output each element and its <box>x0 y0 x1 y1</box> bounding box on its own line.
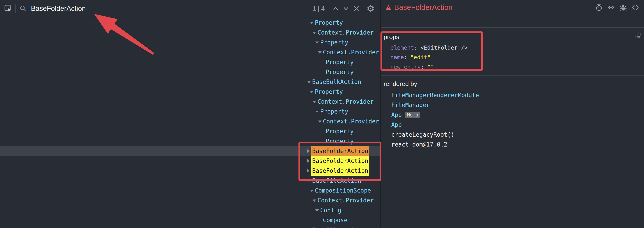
chevron-up-icon <box>332 5 339 12</box>
tree-row-property[interactable]: Property <box>0 57 380 67</box>
suspend-toggle-button[interactable] <box>595 4 603 11</box>
collapse-arrow-icon[interactable] <box>318 121 322 123</box>
rendered-by-item[interactable]: createLegacyRoot() <box>391 130 644 140</box>
rendered-by-item[interactable]: App <box>391 120 644 130</box>
component-name: BaseFolderAction <box>311 156 369 166</box>
component-name: Property <box>326 126 354 136</box>
copy-icon <box>635 33 641 38</box>
toolbar-divider <box>15 4 16 13</box>
close-icon <box>353 6 359 12</box>
component-name: BaseFileAction <box>312 176 361 186</box>
tree-row-property[interactable]: Property <box>0 87 380 97</box>
inspector-panel: BaseFolderAction <box>380 0 644 228</box>
view-source-button[interactable] <box>632 4 639 11</box>
owner-component-name: FileManagerRendererModule <box>391 92 479 99</box>
tree-row-basefileaction[interactable]: BaseFileAction <box>0 176 380 186</box>
previous-match-button[interactable] <box>330 3 341 14</box>
component-name: BaseFolderAction <box>311 166 369 176</box>
tree-row-basefolderaction[interactable]: BaseFolderAction <box>0 156 380 166</box>
component-tree: PropertyContext.ProviderPropertyContext.… <box>0 18 380 228</box>
rendered-by-item[interactable]: FileManagerRendererModule <box>391 90 644 100</box>
collapse-arrow-icon[interactable] <box>310 22 314 24</box>
component-name: Property <box>320 107 348 116</box>
tree-row-property[interactable]: Property <box>0 126 380 136</box>
component-name: Compose <box>323 215 348 225</box>
components-toolbar: 1 | 4 ⚙ <box>0 0 380 17</box>
collapse-arrow-icon[interactable] <box>310 91 314 93</box>
tree-row-context-provider[interactable]: Context.Provider <box>0 47 380 57</box>
rendered-by-item[interactable]: react-dom@17.0.2 <box>391 140 644 149</box>
prop-name: new entry <box>390 64 420 70</box>
memo-badge: Memo <box>405 112 420 118</box>
rendered-by-item[interactable]: FileManager <box>391 100 644 110</box>
prop-name: element <box>390 45 414 51</box>
inspect-element-icon <box>4 5 12 13</box>
expand-arrow-icon[interactable] <box>307 169 310 173</box>
tree-row-context-provider[interactable]: Context.Provider <box>0 28 380 38</box>
search-result-count: 1 | 4 <box>312 5 325 12</box>
owner-component-name: FileManager <box>391 102 430 108</box>
collapse-arrow-icon[interactable] <box>315 111 319 113</box>
props-section: props element:<EditFolder />name:"edit"n… <box>381 28 644 76</box>
stopwatch-icon <box>596 4 602 11</box>
tree-row-basebulkaction[interactable]: BaseBulkAction <box>0 77 380 87</box>
component-name: Property <box>320 38 348 47</box>
component-name: Property <box>326 136 354 146</box>
settings-button[interactable]: ⚙ <box>366 3 376 14</box>
tree-row-context-provider[interactable]: Context.Provider <box>0 116 380 126</box>
owner-component-name: App <box>391 121 402 128</box>
prop-value[interactable]: "edit" <box>410 54 430 61</box>
tree-row-basefileaction[interactable]: BaseFileAction <box>0 225 380 228</box>
tree-row-compose[interactable]: Compose <box>0 215 380 225</box>
tree-row-property[interactable]: Property <box>0 18 380 28</box>
copy-props-button[interactable] <box>634 32 642 39</box>
inspect-dom-button[interactable] <box>607 4 615 11</box>
next-match-button[interactable] <box>341 3 351 14</box>
log-to-console-button[interactable] <box>619 4 627 11</box>
rendered-by-section: rendered by FileManagerRendererModuleFil… <box>381 76 644 149</box>
rendered-by-item[interactable]: AppMemo <box>391 110 644 120</box>
collapse-arrow-icon[interactable] <box>307 81 311 83</box>
component-name: CompositionScope <box>315 186 371 195</box>
tree-row-property[interactable]: Property <box>0 107 380 116</box>
component-name: Context.Provider <box>323 116 379 126</box>
collapse-arrow-icon[interactable] <box>312 32 316 34</box>
prop-value[interactable]: "" <box>427 64 434 70</box>
component-name: Context.Provider <box>318 195 374 205</box>
tree-row-context-provider[interactable]: Context.Provider <box>0 195 380 205</box>
component-name: BaseBulkAction <box>312 77 361 87</box>
component-name: BaseFolderAction <box>311 146 369 156</box>
tree-row-compositionscope[interactable]: CompositionScope <box>0 186 380 195</box>
inspector-header: BaseFolderAction <box>381 0 644 28</box>
search-input[interactable] <box>30 4 311 13</box>
collapse-arrow-icon[interactable] <box>312 199 316 202</box>
collapse-arrow-icon[interactable] <box>310 190 314 192</box>
collapse-arrow-icon[interactable] <box>312 101 316 103</box>
prop-value[interactable]: <EditFolder /> <box>420 45 468 51</box>
toolbar-divider <box>329 4 329 13</box>
tree-row-property[interactable]: Property <box>0 38 380 47</box>
collapse-arrow-icon[interactable] <box>315 42 319 44</box>
tree-row-property[interactable]: Property <box>0 136 380 146</box>
inspect-element-button[interactable] <box>3 3 14 14</box>
component-name: Context.Provider <box>318 28 374 38</box>
tree-row-property[interactable]: Property <box>0 67 380 77</box>
prop-colon: : <box>420 64 424 70</box>
prop-row-element: element:<EditFolder /> <box>390 43 644 53</box>
collapse-arrow-icon[interactable] <box>315 209 319 212</box>
expand-arrow-icon[interactable] <box>307 159 310 163</box>
collapse-arrow-icon[interactable] <box>307 180 311 182</box>
tree-row-config[interactable]: Config <box>0 205 380 215</box>
tree-row-basefolderaction[interactable]: BaseFolderAction <box>0 146 380 156</box>
expand-arrow-icon[interactable] <box>307 149 310 153</box>
collapse-arrow-icon[interactable] <box>318 51 322 54</box>
clear-search-button[interactable] <box>351 3 362 14</box>
prop-row-new-entry: new entry:"" <box>390 62 644 72</box>
tree-row-context-provider[interactable]: Context.Provider <box>0 97 380 107</box>
prop-colon: : <box>404 54 407 61</box>
react-devtools-components-view: 1 | 4 ⚙ Propert <box>0 0 644 228</box>
tree-row-basefolderaction[interactable]: BaseFolderAction <box>0 166 380 176</box>
components-tree-panel: 1 | 4 ⚙ Propert <box>0 0 380 228</box>
rendered-by-list: FileManagerRendererModuleFileManagerAppM… <box>381 90 644 149</box>
owner-component-name: App <box>391 112 402 118</box>
